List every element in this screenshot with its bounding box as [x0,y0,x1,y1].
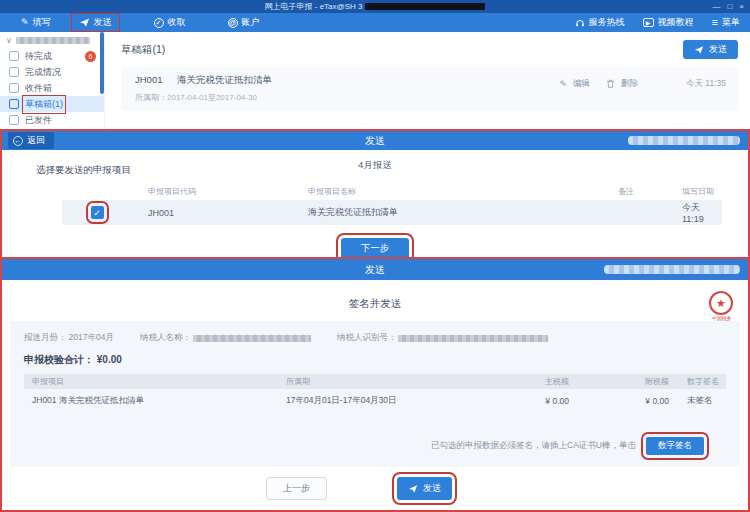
title-bar: 网上电子申报 - eTax@SH 3 — □ × [0,0,750,13]
taxpayer-name: 纳税人名称： [140,332,311,344]
period-title: 4月报送 [2,159,748,172]
status-icon [9,67,19,77]
nav-tab-account[interactable]: @ 账户 [221,14,267,31]
send-select-section: 发送 ← 返回 选择要发送的申报项目 4月报送 申报项目代码 申报项目名称 备注… [0,131,750,257]
col-attach-tax: 附税额 [569,376,669,387]
seal-star-icon: ★ [716,297,726,310]
draft-timestamp: 今天 11:35 [686,78,726,90]
row-name: 海关完税凭证抵扣清单 [292,206,602,219]
row-attach-tax: ¥ 0.00 [569,396,669,406]
draft-period: 所属期：2017-04-01至2017-04-30 [135,92,272,103]
col-item: 申报项目 [24,376,284,387]
sign-send-section: 发送 签名并发送 ★ 中国税务 报送月份：2017年04月 纳税人名称： 纳税人… [0,259,750,512]
sidebar-item-todo[interactable]: 待完成 6 [0,48,104,64]
report-month: 报送月份：2017年04月 [24,332,114,344]
menu-label: 菜单 [722,16,740,29]
close-button[interactable]: × [739,1,744,12]
declaration-table: 申报项目代码 申报项目名称 备注 填写日期 ✓ JH001 海关完税凭证抵扣清单… [62,183,722,225]
draft-code: JH001 [135,74,162,85]
verification-total: 申报校验合计： ¥0.00 [24,353,726,367]
nav-tab-send[interactable]: 发送 [72,14,119,31]
digital-sign-button[interactable]: 数字签名 [646,437,704,455]
col-period: 所属期 [284,376,474,387]
main-nav-bar: ✎ 填写 发送 ✓ 收取 @ 账户 服务热线 ▶ [0,13,750,32]
send-button-label: 发送 [709,43,727,56]
video-tutorial-button[interactable]: ▶ 视频教程 [643,16,694,29]
check-icon: ✓ [93,208,101,218]
sign-send-panel: 报送月份：2017年04月 纳税人名称： 纳税人识别号： 申报校验合计： ¥0.… [10,321,740,467]
col-remark: 备注 [602,186,682,197]
back-button[interactable]: ← 返回 [8,132,54,149]
sidebar-company-row[interactable]: ∨ [0,32,104,48]
todo-icon [9,51,19,61]
maximize-button[interactable]: □ [727,1,732,12]
window-title-text: 网上电子申报 - eTax@SH 3 [265,1,363,12]
sidebar-item-drafts[interactable]: 草稿箱(1) [0,96,104,112]
chevron-down-icon: ∨ [6,36,12,45]
trash-icon [606,79,615,89]
redacted-taxpayer-id [398,335,548,342]
window-title: 网上电子申报 - eTax@SH 3 [265,1,486,12]
main-window-section: 网上电子申报 - eTax@SH 3 — □ × ✎ 填写 发送 ✓ 收取 [0,0,750,129]
previous-step-button[interactable]: 上一步 [266,477,327,500]
tutorial-label: 视频教程 [658,16,694,29]
sidebar-item-inbox[interactable]: 收件箱 [0,80,104,96]
send-header-bar: 发送 ← 返回 [2,131,748,150]
col-signature: 数字签名 [669,376,726,387]
minimize-button[interactable]: — [712,1,720,12]
row-sign-status: 未签名 [669,395,726,407]
paper-plane-icon [408,484,418,494]
sidebar-item-sent[interactable]: 已发件 [0,112,104,128]
sidebar-item-label: 已发件 [25,114,52,127]
row-code: JH001 [132,208,292,218]
nav-tab-fill[interactable]: ✎ 填写 [14,14,58,31]
nav-tab-label: 发送 [94,16,112,29]
declaration-table-header: 申报项目代码 申报项目名称 备注 填写日期 [62,183,722,200]
drafts-send-button[interactable]: 发送 [683,40,738,59]
sidebar-item-label: 收件箱 [25,82,52,95]
back-button-label: 返回 [27,134,45,147]
inbox-icon [9,83,19,93]
etax-app-window: 网上电子申报 - eTax@SH 3 — □ × ✎ 填写 发送 ✓ 收取 [0,0,750,512]
hamburger-menu-icon: ≡ [712,18,718,27]
drafts-title: 草稿箱(1) [121,43,165,57]
next-step-button[interactable]: 下一步 [341,238,410,259]
declaration-checkbox[interactable]: ✓ [91,206,104,219]
nav-tab-receive[interactable]: ✓ 收取 [147,14,193,31]
col-date: 填写日期 [682,186,722,197]
service-hotline-button[interactable]: 服务热线 [575,16,625,29]
draft-list-item[interactable]: JH001 海关完税凭证抵扣清单 所属期：2017-04-01至2017-04-… [121,67,738,111]
circle-check-icon: ✓ [154,18,164,28]
redacted-company-name [365,3,485,10]
drafts-panel: 草稿箱(1) 发送 JH001 海关完税凭证抵扣清单 所属期：2017-04-0… [105,32,750,129]
row-item: JH001 海关完税凭证抵扣清单 [24,395,284,407]
row-date: 今天 11:19 [682,201,722,224]
delete-button[interactable]: 删除 [621,78,638,90]
ca-note-text: 已勾选的申报数据必须签名，请插上CA证书U棒，单击 [431,440,636,452]
sign-table: 申报项目 所属期 主税额 附税额 数字签名 JH001 海关完税凭证抵扣清单 1… [24,374,726,413]
final-send-button[interactable]: 发送 [397,477,452,500]
nav-tab-label: 收取 [168,16,186,29]
drafts-icon [9,99,19,109]
video-icon: ▶ [643,18,654,27]
menu-button[interactable]: ≡ 菜单 [712,16,740,29]
nav-tab-label: 账户 [242,16,260,29]
paper-plane-icon [79,17,90,28]
sidebar-scrollbar[interactable] [100,32,104,94]
nav-tab-label: 填写 [33,16,51,29]
taxpayer-id: 纳税人识别号： [337,332,549,344]
sidebar-item-status[interactable]: 完成情况 [0,64,104,80]
sidebar-item-label: 草稿箱(1) [25,98,63,111]
send-header-bar: 发送 [2,259,748,280]
hotline-label: 服务热线 [589,16,625,29]
redacted-text [604,265,740,274]
sign-send-title: 签名并发送 [2,297,748,311]
redacted-taxpayer-name [16,37,90,44]
sign-table-row: JH001 海关完税凭证抵扣清单 17年04月01日-17年04月30日 ¥ 0… [24,389,726,413]
redacted-text [628,136,740,145]
edit-button[interactable]: 编辑 [573,78,590,90]
send-button-label: 发送 [423,482,441,495]
declaration-table-row[interactable]: ✓ JH001 海关完税凭证抵扣清单 今天 11:19 [62,200,722,225]
redacted-taxpayer-name [193,335,311,342]
sidebar-item-label: 完成情况 [25,66,61,79]
